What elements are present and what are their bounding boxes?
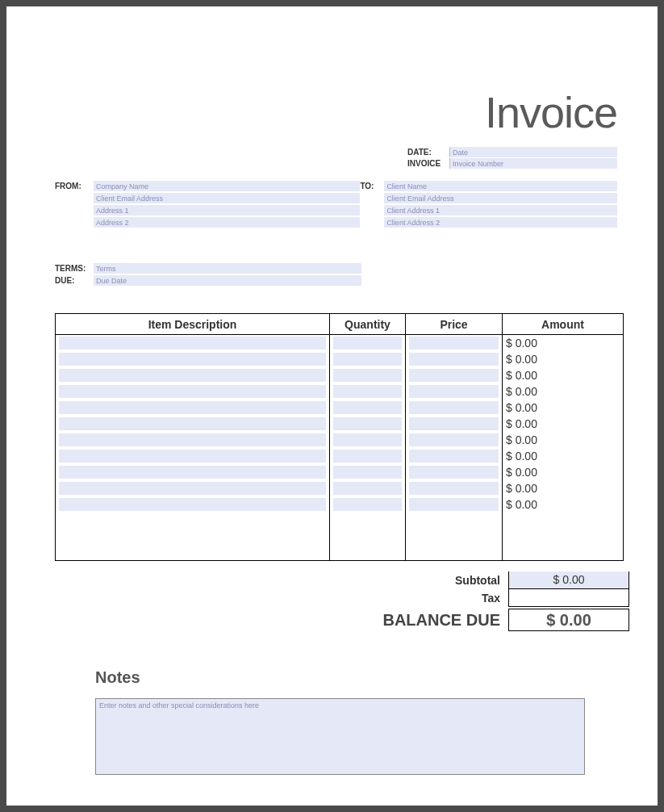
- desc-input[interactable]: [59, 353, 326, 366]
- amount-cell: $ 0.00: [503, 351, 624, 367]
- table-row: $ 0.00: [56, 464, 624, 480]
- to-label: TO:: [360, 181, 384, 229]
- to-name-field[interactable]: Client Name: [384, 181, 617, 191]
- table-row: $ 0.00: [56, 351, 624, 367]
- price-input[interactable]: [409, 482, 499, 495]
- balance-due-label: BALANCE DUE: [379, 611, 508, 630]
- price-input[interactable]: [409, 450, 499, 463]
- header-amount: Amount: [503, 314, 624, 335]
- desc-input[interactable]: [59, 433, 326, 446]
- terms-label: TERMS:: [55, 264, 94, 273]
- from-column: FROM: Company Name Client Email Address …: [55, 181, 360, 229]
- amount-cell: $ 0.00: [503, 432, 624, 448]
- amount-cell: $ 0.00: [503, 335, 624, 351]
- desc-input[interactable]: [59, 369, 326, 382]
- amount-cell: $ 0.00: [503, 400, 624, 416]
- amount-cell: $ 0.00: [503, 383, 624, 400]
- amount-cell: $ 0.00: [503, 367, 624, 383]
- to-email-field[interactable]: Client Email Address: [384, 193, 617, 203]
- desc-input[interactable]: [59, 498, 326, 511]
- price-input[interactable]: [409, 353, 499, 366]
- table-row: $ 0.00: [56, 400, 624, 416]
- qty-input[interactable]: [333, 466, 402, 479]
- amount-cell: $ 0.00: [503, 480, 624, 496]
- table-row: $ 0.00: [56, 383, 624, 400]
- desc-input[interactable]: [59, 385, 326, 398]
- parties-block: FROM: Company Name Client Email Address …: [55, 181, 617, 229]
- table-row: $ 0.00: [56, 496, 624, 513]
- amount-cell: $ 0.00: [503, 416, 624, 432]
- qty-input[interactable]: [333, 417, 402, 430]
- table-header-row: Item Description Quantity Price Amount: [56, 314, 624, 335]
- from-address2-field[interactable]: Address 2: [94, 217, 360, 228]
- price-input[interactable]: [409, 369, 499, 382]
- due-field[interactable]: Due Date: [94, 275, 361, 286]
- table-row: $ 0.00: [56, 432, 624, 448]
- price-input[interactable]: [409, 337, 499, 349]
- notes-title: Notes: [95, 668, 585, 687]
- qty-input[interactable]: [333, 353, 402, 366]
- table-row: $ 0.00: [56, 448, 624, 464]
- price-input[interactable]: [409, 466, 499, 479]
- date-label: DATE:: [407, 148, 449, 157]
- desc-input[interactable]: [59, 401, 326, 414]
- from-label: FROM:: [55, 181, 94, 229]
- to-column: TO: Client Name Client Email Address Cli…: [360, 181, 617, 229]
- to-address1-field[interactable]: Client Address 1: [384, 205, 617, 216]
- amount-cell: $ 0.00: [503, 448, 624, 464]
- page-title: Invoice: [485, 87, 617, 137]
- price-input[interactable]: [409, 433, 499, 446]
- invoice-page: Invoice DATE: Date INVOICE Invoice Numbe…: [6, 6, 658, 806]
- notes-textarea[interactable]: Enter notes and other special considerat…: [95, 698, 585, 775]
- desc-input[interactable]: [59, 482, 326, 495]
- qty-input[interactable]: [333, 385, 402, 398]
- desc-input[interactable]: [59, 417, 326, 430]
- subtotal-label: Subtotal: [379, 574, 508, 587]
- amount-cell: $ 0.00: [503, 496, 624, 513]
- qty-input[interactable]: [333, 498, 402, 511]
- qty-input[interactable]: [333, 369, 402, 382]
- balance-due-value: $ 0.00: [508, 609, 629, 631]
- items-table: Item Description Quantity Price Amount $…: [55, 313, 624, 561]
- desc-input[interactable]: [59, 450, 326, 463]
- from-email-field[interactable]: Client Email Address: [94, 193, 360, 203]
- tax-value[interactable]: [508, 589, 629, 607]
- table-filler-row: [56, 513, 624, 561]
- totals-block: Subtotal $ 0.00 Tax BALANCE DUE $ 0.00: [379, 571, 629, 631]
- qty-input[interactable]: [333, 433, 402, 446]
- due-label: DUE:: [55, 276, 94, 285]
- terms-block: TERMS: Terms DUE: Due Date: [55, 263, 361, 287]
- header-price: Price: [406, 314, 503, 335]
- header-description: Item Description: [56, 314, 330, 335]
- from-address1-field[interactable]: Address 1: [94, 205, 360, 216]
- price-input[interactable]: [409, 385, 499, 398]
- price-input[interactable]: [409, 498, 499, 511]
- from-company-field[interactable]: Company Name: [94, 181, 360, 191]
- qty-input[interactable]: [333, 337, 402, 349]
- terms-field[interactable]: Terms: [94, 263, 361, 274]
- to-address2-field[interactable]: Client Address 2: [384, 217, 617, 228]
- table-row: $ 0.00: [56, 480, 624, 496]
- subtotal-value: $ 0.00: [508, 571, 629, 589]
- qty-input[interactable]: [333, 450, 402, 463]
- notes-block: Notes Enter notes and other special cons…: [95, 668, 585, 775]
- qty-input[interactable]: [333, 401, 402, 414]
- table-row: $ 0.00: [56, 335, 624, 351]
- header-quantity: Quantity: [330, 314, 406, 335]
- date-field[interactable]: Date: [449, 147, 617, 157]
- desc-input[interactable]: [59, 466, 326, 479]
- meta-block: DATE: Date INVOICE Invoice Number: [407, 147, 617, 170]
- invoice-number-field[interactable]: Invoice Number: [449, 158, 617, 169]
- price-input[interactable]: [409, 417, 499, 430]
- table-row: $ 0.00: [56, 367, 624, 383]
- amount-cell: $ 0.00: [503, 464, 624, 480]
- table-row: $ 0.00: [56, 416, 624, 432]
- price-input[interactable]: [409, 401, 499, 414]
- invoice-number-label: INVOICE: [407, 159, 449, 168]
- desc-input[interactable]: [59, 337, 326, 349]
- tax-label: Tax: [379, 592, 508, 605]
- qty-input[interactable]: [333, 482, 402, 495]
